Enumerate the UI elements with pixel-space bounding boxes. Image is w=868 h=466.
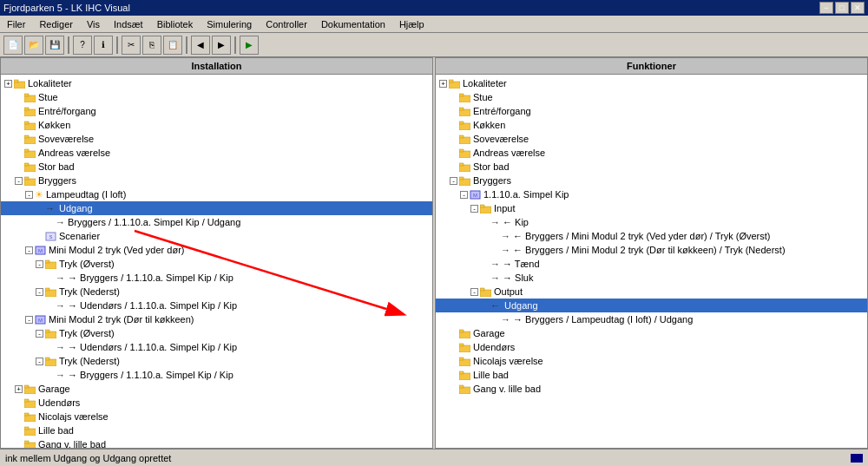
toolbar-copy[interactable]: ⎘ [142, 36, 161, 55]
expander-lampeudtag-l[interactable]: - [25, 191, 33, 199]
tree-item-garage-r[interactable]: Garage [436, 326, 867, 340]
toolbar-save[interactable]: 💾 [45, 36, 64, 55]
tree-item-kip-link1-r[interactable]: →← Bryggers / Mini Modul 2 tryk (Ved yde… [436, 229, 867, 243]
tree-item-udend-link-l[interactable]: →→ Udendørs / 1.1.10.a. Simpel Kip / Kip [1, 299, 432, 312]
svg-rect-53 [459, 163, 464, 166]
tree-item-bryggers-link2-l[interactable]: →→ Udendørs / 1.1.10.a. Simpel Kip / Kip [1, 340, 432, 354]
expander-bryggers-r[interactable]: - [450, 177, 457, 185]
toolbar-sep4 [234, 36, 236, 54]
tree-item-kokken-l[interactable]: Køkken [1, 118, 432, 132]
tree-item-nicolajs-r[interactable]: Nicolajs værelse [436, 354, 867, 368]
tree-item-entre-r[interactable]: Entré/forgang [436, 104, 867, 118]
tree-item-bryggers-r[interactable]: -Bryggers [436, 174, 867, 187]
toolbar-play[interactable]: ▶ [240, 36, 259, 55]
expander-output-r[interactable]: - [470, 288, 478, 296]
tree-item-tryk-overst-l[interactable]: -Tryk (Øverst) [1, 257, 432, 271]
menu-item-controller[interactable]: Controller [262, 17, 311, 31]
tree-item-udendors-r[interactable]: Udendørs [436, 340, 867, 354]
tree-item-udgang-l[interactable]: →Udgang [1, 201, 432, 215]
tree-item-kip-r[interactable]: →← Kip [436, 215, 867, 229]
tree-item-bryggers-l[interactable]: -Bryggers [1, 174, 432, 187]
tree-item-minimodul2-l[interactable]: -MMini Modul 2 tryk (Dør til køkkeen) [1, 312, 432, 326]
menu-item-filer[interactable]: Filer [3, 17, 29, 31]
toolbar-help[interactable]: ? [73, 36, 92, 55]
tree-item-lampeudtag-l[interactable]: -☀Lampeudtag (I loft) [1, 187, 432, 201]
tree-item-kokken-r[interactable]: Køkken [436, 118, 867, 132]
tree-item-stue-l[interactable]: Stue [1, 90, 432, 104]
menu-item-indsæt[interactable]: Indsæt [110, 17, 147, 31]
tree-item-sove-l[interactable]: Soveværelse [1, 132, 432, 146]
tree-item-gangvlillebad-r[interactable]: Gang v. lille bad [436, 382, 867, 396]
menu-item-bibliotek[interactable]: Bibliotek [154, 17, 197, 31]
toolbar-new[interactable]: 📄 [3, 36, 23, 55]
tree-item-andreas-r[interactable]: Andreas værelse [436, 146, 867, 160]
folder-icon-input-r [480, 202, 491, 213]
tree-item-bryggers-input-l[interactable]: →Bryggers / 1.1.10.a. Simpel Kip / Udgan… [1, 215, 432, 229]
menu-item-simulering[interactable]: Simulering [203, 17, 255, 31]
tree-item-stue-r[interactable]: Stue [436, 90, 867, 104]
tree-item-lillebad-r[interactable]: Lille bad [436, 368, 867, 382]
tree-item-nicolajs-l[interactable]: Nicolajs værelse [1, 410, 432, 423]
expander-tryk-neder2-l[interactable]: - [36, 358, 43, 365]
svg-rect-35 [24, 413, 29, 416]
tree-item-sluk-r[interactable]: →→ Sluk [436, 271, 867, 285]
minimize-button[interactable]: − [819, 2, 833, 14]
tree-item-minimodul1-l[interactable]: -MMini Modul 2 tryk (Ved yder dør) [1, 243, 432, 257]
menu-item-rediger[interactable]: Rediger [36, 17, 76, 31]
tree-item-storbad-r[interactable]: Stor bad [436, 160, 867, 174]
svg-text:S: S [49, 234, 52, 240]
toolbar-forward[interactable]: ▶ [212, 36, 231, 55]
menu-item-hjælp[interactable]: Hjælp [396, 17, 428, 31]
folder-icon-output-r [480, 286, 491, 297]
tree-item-input-r[interactable]: -Input [436, 201, 867, 215]
tree-item-scenarier-l[interactable]: SScenarier [1, 229, 432, 243]
tree-item-lokaliteter-r[interactable]: +Lokaliteter [436, 76, 867, 90]
tree-item-andreas-l[interactable]: Andreas værelse [1, 146, 432, 160]
toolbar-open[interactable]: 📂 [24, 36, 43, 55]
expander-lokaliteter-r[interactable]: + [439, 80, 447, 88]
tree-item-output-r[interactable]: -Output [436, 285, 867, 299]
tree-item-lokaliteter-l[interactable]: +Lokaliteter [1, 76, 432, 90]
toolbar-cut[interactable]: ✂ [122, 36, 141, 55]
toolbar-info[interactable]: ℹ [94, 36, 113, 55]
tree-item-garage-l[interactable]: +Garage [1, 382, 432, 396]
tree-item-tryk-neder-l[interactable]: -Tryk (Nederst) [1, 285, 432, 299]
toolbar-back[interactable]: ◀ [191, 36, 210, 55]
expander-input-r[interactable]: - [470, 205, 478, 213]
tree-item-sove-r[interactable]: Soveværelse [436, 132, 867, 146]
tree-item-gangvlillebad-l[interactable]: Gang v. lille bad [1, 437, 432, 448]
tree-item-udendors-l[interactable]: Udendørs [1, 396, 432, 410]
tree-item-udgang-link-r[interactable]: →→ Bryggers / Lampeudtag (I loft) / Udga… [436, 312, 867, 326]
menu-item-vis[interactable]: Vis [83, 17, 103, 31]
expander-minimodul1-l[interactable]: - [25, 246, 33, 254]
expander-garage-l[interactable]: + [15, 385, 23, 393]
svg-rect-31 [24, 385, 29, 388]
label-storbad-l: Stor bad [38, 161, 75, 172]
expander-tryk-overst-l[interactable]: - [36, 260, 43, 268]
tree-item-kip-link2-r[interactable]: →← Bryggers / Mini Modul 2 tryk (Dør til… [436, 243, 867, 257]
tree-item-bryggers-link3-l[interactable]: →→ Bryggers / 1.1.10.a. Simpel Kip / Kip [1, 368, 432, 382]
svg-rect-59 [480, 205, 484, 207]
maximize-button[interactable]: □ [835, 2, 849, 14]
tree-item-lillebad-l[interactable]: Lille bad [1, 423, 432, 437]
close-button[interactable]: ✕ [851, 2, 865, 14]
tree-item-udgang-r[interactable]: ←Udgang [436, 299, 867, 312]
tree-item-tryk-neder2-l[interactable]: -Tryk (Nederst) [1, 354, 432, 368]
status-message: ink mellem Udgang og Udgang oprettet [5, 453, 171, 463]
expander-minimodul2-l[interactable]: - [25, 316, 33, 324]
tree-item-tryk-overst2-l[interactable]: -Tryk (Øverst) [1, 326, 432, 340]
tree-item-bryggers-link1-l[interactable]: →→ Bryggers / 1.1.10.a. Simpel Kip / Kip [1, 271, 432, 285]
expander-lokaliteter-l[interactable]: + [4, 80, 12, 88]
expander-tryk-overst2-l[interactable]: - [36, 330, 43, 338]
expander-tryk-neder-l[interactable]: - [36, 288, 43, 296]
folder-icon-garage-r [459, 327, 470, 338]
tree-item-entre-l[interactable]: Entré/forgang [1, 104, 432, 118]
tree-item-simpelkip-r[interactable]: -M1.1.10.a. Simpel Kip [436, 187, 867, 201]
menu-item-dokumentation[interactable]: Dokumentation [318, 17, 389, 31]
toolbar-paste[interactable]: 📋 [163, 36, 182, 55]
expander-simpelkip-r[interactable]: - [460, 191, 468, 199]
label-garage-l: Garage [38, 384, 70, 394]
tree-item-taend-r[interactable]: →→ Tænd [436, 257, 867, 271]
expander-bryggers-l[interactable]: - [15, 177, 23, 185]
tree-item-storbad-l[interactable]: Stor bad [1, 160, 432, 174]
